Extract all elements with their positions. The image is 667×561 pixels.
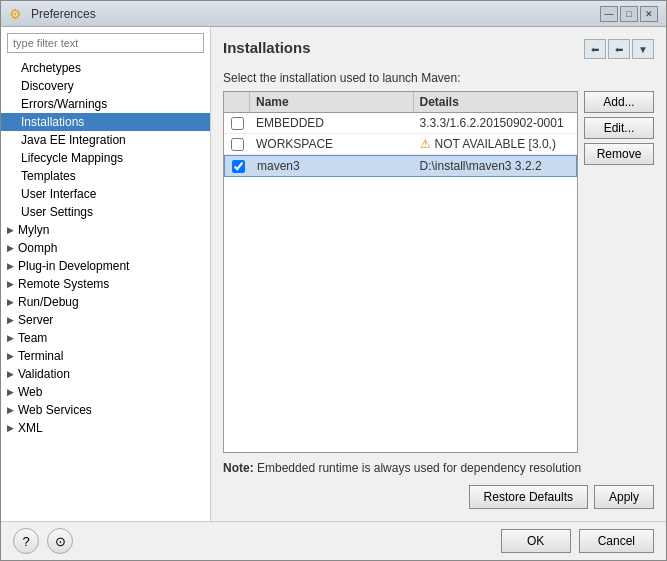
- footer-left-buttons: ? ⊙: [13, 528, 73, 554]
- mylyn-arrow: ▶: [7, 225, 14, 235]
- validation-label: Validation: [18, 367, 70, 381]
- remote-systems-label: Remote Systems: [18, 277, 109, 291]
- row-workspace-name: WORKSPACE: [250, 134, 414, 154]
- sidebar-item-validation[interactable]: ▶ Validation: [1, 365, 210, 383]
- add-button[interactable]: Add...: [584, 91, 654, 113]
- bottom-buttons: Restore Defaults Apply: [223, 485, 654, 509]
- section-title: Installations: [223, 39, 311, 56]
- dialog-title: Preferences: [31, 7, 600, 21]
- row-maven3-checkbox-cell[interactable]: [225, 157, 251, 176]
- sidebar-item-terminal[interactable]: ▶ Terminal: [1, 347, 210, 365]
- col-header-name: Name: [250, 92, 414, 112]
- dialog-body: Archetypes Discovery Errors/Warnings Ins…: [1, 27, 666, 521]
- sidebar-item-mylyn[interactable]: ▶ Mylyn: [1, 221, 210, 239]
- maximize-button[interactable]: □: [620, 6, 638, 22]
- sidebar-item-xml[interactable]: ▶ XML: [1, 419, 210, 437]
- ok-button[interactable]: OK: [501, 529, 571, 553]
- sidebar: Archetypes Discovery Errors/Warnings Ins…: [1, 27, 211, 521]
- table-header: Name Details: [224, 92, 577, 113]
- note-body: Embedded runtime is always used for depe…: [257, 461, 581, 475]
- oomph-arrow: ▶: [7, 243, 14, 253]
- sidebar-item-team[interactable]: ▶ Team: [1, 329, 210, 347]
- footer-right-buttons: OK Cancel: [501, 529, 654, 553]
- title-bar: ⚙ Preferences — □ ✕: [1, 1, 666, 27]
- remove-button[interactable]: Remove: [584, 143, 654, 165]
- back-button[interactable]: ⬅: [584, 39, 606, 59]
- warning-icon: ⚠: [420, 137, 431, 151]
- sidebar-item-server[interactable]: ▶ Server: [1, 311, 210, 329]
- help-button[interactable]: ?: [13, 528, 39, 554]
- col-header-details: Details: [414, 92, 578, 112]
- remote-systems-arrow: ▶: [7, 279, 14, 289]
- row-maven3-name: maven3: [251, 156, 414, 176]
- sidebar-item-java-ee[interactable]: Java EE Integration: [1, 131, 210, 149]
- xml-label: XML: [18, 421, 43, 435]
- sidebar-item-remote-systems[interactable]: ▶ Remote Systems: [1, 275, 210, 293]
- preferences-dialog: ⚙ Preferences — □ ✕ Archetypes Discovery…: [0, 0, 667, 561]
- cancel-button[interactable]: Cancel: [579, 529, 654, 553]
- row-workspace-details: ⚠ NOT AVAILABLE [3.0,): [414, 134, 578, 154]
- filter-input[interactable]: [7, 33, 204, 53]
- server-arrow: ▶: [7, 315, 14, 325]
- web-arrow: ▶: [7, 387, 14, 397]
- installations-table: Name Details EMBEDDED 3.3.3/1.6.2.201509…: [223, 91, 578, 453]
- sidebar-item-plugin-dev[interactable]: ▶ Plug-in Development: [1, 257, 210, 275]
- tree-container: Archetypes Discovery Errors/Warnings Ins…: [1, 59, 210, 521]
- edit-button[interactable]: Edit...: [584, 117, 654, 139]
- terminal-arrow: ▶: [7, 351, 14, 361]
- apply-button[interactable]: Apply: [594, 485, 654, 509]
- window-controls: — □ ✕: [600, 6, 658, 22]
- row-workspace-checkbox[interactable]: [231, 138, 244, 151]
- settings-button[interactable]: ⊙: [47, 528, 73, 554]
- forward-button[interactable]: ⬅: [608, 39, 630, 59]
- mylyn-label: Mylyn: [18, 223, 49, 237]
- row-embedded-name: EMBEDDED: [250, 113, 414, 133]
- server-label: Server: [18, 313, 53, 327]
- sidebar-item-web[interactable]: ▶ Web: [1, 383, 210, 401]
- team-arrow: ▶: [7, 333, 14, 343]
- sidebar-item-user-settings[interactable]: User Settings: [1, 203, 210, 221]
- row-embedded-checkbox[interactable]: [231, 117, 244, 130]
- main-content: Installations ⬅ ⬅ ▼ Select the installat…: [211, 27, 666, 521]
- oomph-label: Oomph: [18, 241, 57, 255]
- web-services-label: Web Services: [18, 403, 92, 417]
- sidebar-item-user-interface[interactable]: User Interface: [1, 185, 210, 203]
- close-button[interactable]: ✕: [640, 6, 658, 22]
- plugin-dev-arrow: ▶: [7, 261, 14, 271]
- sidebar-item-installations[interactable]: Installations: [1, 113, 210, 131]
- sidebar-item-run-debug[interactable]: ▶ Run/Debug: [1, 293, 210, 311]
- col-header-check: [224, 92, 250, 112]
- sidebar-item-templates[interactable]: Templates: [1, 167, 210, 185]
- table-row[interactable]: EMBEDDED 3.3.3/1.6.2.20150902-0001: [224, 113, 577, 134]
- table-row[interactable]: maven3 D:\install\maven3 3.2.2: [224, 155, 577, 177]
- sidebar-item-errors-warnings[interactable]: Errors/Warnings: [1, 95, 210, 113]
- note-text: Note: Embedded runtime is always used fo…: [223, 461, 654, 475]
- note-bold: Note:: [223, 461, 254, 475]
- row-maven3-details: D:\install\maven3 3.2.2: [414, 156, 577, 176]
- row-embedded-checkbox-cell[interactable]: [224, 114, 250, 133]
- sidebar-item-discovery[interactable]: Discovery: [1, 77, 210, 95]
- sidebar-item-web-services[interactable]: ▶ Web Services: [1, 401, 210, 419]
- team-label: Team: [18, 331, 47, 345]
- xml-arrow: ▶: [7, 423, 14, 433]
- sidebar-item-archetypes[interactable]: Archetypes: [1, 59, 210, 77]
- dropdown-button[interactable]: ▼: [632, 39, 654, 59]
- nav-icons: ⬅ ⬅ ▼: [584, 39, 654, 59]
- side-buttons: Add... Edit... Remove: [584, 91, 654, 453]
- dialog-footer: ? ⊙ OK Cancel: [1, 521, 666, 560]
- table-area: Name Details EMBEDDED 3.3.3/1.6.2.201509…: [223, 91, 654, 453]
- dialog-icon: ⚙: [9, 6, 25, 22]
- sidebar-item-lifecycle[interactable]: Lifecycle Mappings: [1, 149, 210, 167]
- run-debug-arrow: ▶: [7, 297, 14, 307]
- restore-defaults-button[interactable]: Restore Defaults: [469, 485, 588, 509]
- minimize-button[interactable]: —: [600, 6, 618, 22]
- table-row[interactable]: WORKSPACE ⚠ NOT AVAILABLE [3.0,): [224, 134, 577, 155]
- row-maven3-checkbox[interactable]: [232, 160, 245, 173]
- plugin-dev-label: Plug-in Development: [18, 259, 129, 273]
- table-body: EMBEDDED 3.3.3/1.6.2.20150902-0001 WORKS…: [224, 113, 577, 177]
- web-services-arrow: ▶: [7, 405, 14, 415]
- row-workspace-checkbox-cell[interactable]: [224, 135, 250, 154]
- run-debug-label: Run/Debug: [18, 295, 79, 309]
- web-label: Web: [18, 385, 42, 399]
- sidebar-item-oomph[interactable]: ▶ Oomph: [1, 239, 210, 257]
